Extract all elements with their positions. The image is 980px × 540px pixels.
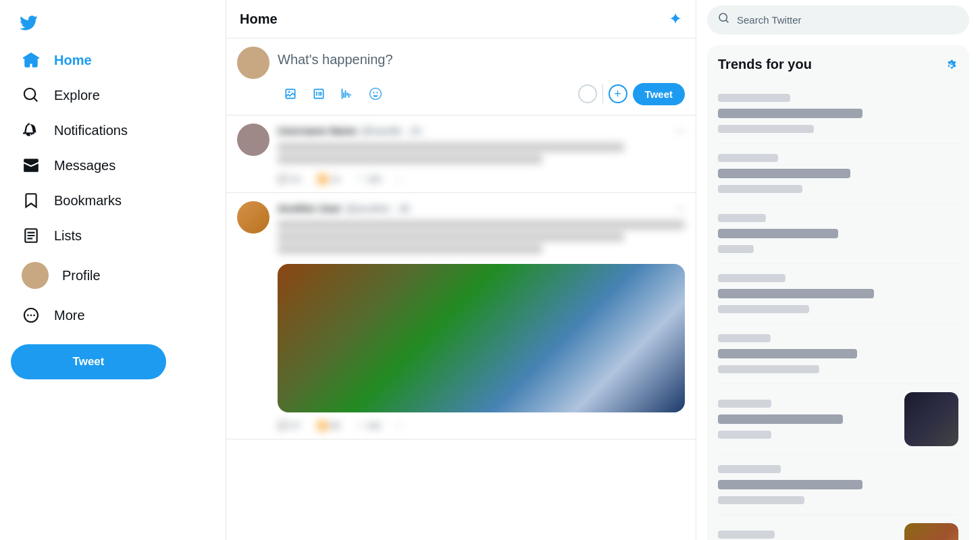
sidebar-item-messages[interactable]: Messages: [11, 148, 138, 182]
sidebar-item-explore[interactable]: Explore: [11, 78, 138, 112]
tweet-body-1: [278, 140, 685, 166]
twitter-logo[interactable]: [11, 5, 46, 40]
trend-item-5[interactable]: [718, 324, 958, 384]
sidebar-item-label-messages: Messages: [54, 158, 115, 173]
trend-item-6[interactable]: [718, 384, 958, 455]
compose-box: What's happening?: [226, 38, 696, 115]
trend-skeleton-4: [718, 272, 958, 315]
main-feed: Home ✦ What's happening?: [226, 0, 696, 540]
tweet-stats-2: 💬 47 🔁 89 ♡ 342 ↑: [278, 421, 685, 431]
tweet-content-1: Username Name @handle · 2h ··· 💬 23 🔁 14…: [278, 124, 685, 184]
compose-media-icons: [278, 81, 388, 107]
tweet-image-2: [278, 264, 685, 412]
bell-icon: [22, 122, 41, 139]
tweet-avatar-2: [237, 201, 269, 234]
trend-thumbnail-8: [904, 523, 958, 540]
trend-item-3[interactable]: [718, 204, 958, 264]
search-icon: [718, 12, 730, 28]
compose-right-actions: + Tweet: [578, 83, 685, 105]
sidebar-item-label-profile: Profile: [62, 268, 101, 284]
sidebar-item-label-explore: Explore: [54, 88, 100, 103]
home-icon: [22, 51, 41, 69]
tweet-card-2[interactable]: Another User @another · 4h ··· 💬 47 🔁 89…: [226, 193, 696, 439]
compose-image-btn[interactable]: [278, 81, 303, 107]
more-icon: [22, 306, 41, 324]
trend-item-8[interactable]: [718, 515, 958, 540]
trend-skeleton-2: [718, 152, 958, 195]
trend-skeleton-1: [718, 92, 958, 135]
compose-placeholder[interactable]: What's happening?: [278, 47, 685, 76]
compose-right: What's happening?: [278, 47, 685, 107]
tweet-stats-1: 💬 23 🔁 14 ♡ 105 ↑: [278, 174, 685, 184]
trend-thumbnail-6: [904, 392, 958, 446]
trends-title: Trends for you: [718, 57, 812, 72]
like-stat-1: ♡ 105: [356, 174, 381, 184]
tweet-avatar-1: [237, 124, 269, 156]
tweet-name-2: Another User: [278, 202, 342, 214]
tweet-handle-2: @another · 4h: [346, 202, 410, 214]
sidebar-item-lists[interactable]: Lists: [11, 219, 138, 252]
explore-icon: [22, 86, 41, 104]
trend-skeleton-5: [718, 332, 958, 375]
right-sidebar: Trends for you: [696, 0, 980, 540]
tweet-button[interactable]: Tweet: [11, 344, 166, 379]
mail-icon: [22, 157, 41, 174]
tweet-more-1[interactable]: ···: [675, 124, 685, 138]
search-input[interactable]: [737, 14, 958, 26]
trend-item-7[interactable]: [718, 455, 958, 515]
tweet-meta-1: Username Name @handle · 2h ···: [278, 124, 685, 138]
sidebar-item-home[interactable]: Home: [11, 43, 138, 77]
compose-poll-btn[interactable]: [334, 81, 360, 107]
trend-item-4[interactable]: [718, 264, 958, 324]
trend-skeleton-6: [718, 398, 896, 441]
sidebar-item-label-bookmarks: Bookmarks: [54, 193, 122, 209]
sidebar-item-notifications[interactable]: Notifications: [11, 113, 138, 147]
compose-plus-btn[interactable]: +: [609, 84, 627, 103]
sidebar-item-profile[interactable]: Profile: [11, 254, 138, 297]
compose-circle: [578, 84, 597, 103]
sidebar-item-more[interactable]: More: [11, 298, 138, 332]
lists-icon: [22, 227, 41, 244]
compose-avatar: [237, 47, 269, 79]
feed-header: Home ✦: [226, 0, 696, 38]
main-nav: Home Explore Notifications: [11, 43, 138, 333]
sidebar-item-bookmarks[interactable]: Bookmarks: [11, 184, 138, 217]
trends-card: Trends for you: [707, 45, 969, 540]
tweet-name-1: Username Name: [278, 125, 357, 136]
reply-stat-2: 💬 47: [278, 421, 301, 431]
compose-divider: [602, 84, 603, 103]
share-stat-2: ↑: [397, 421, 402, 431]
compose-emoji-btn[interactable]: [363, 81, 388, 107]
retweet-stat-1: 🔁 14: [317, 174, 340, 184]
sparkle-icon[interactable]: ✦: [669, 9, 682, 28]
share-stat-1: ↑: [397, 174, 402, 184]
sidebar-item-label-home: Home: [54, 53, 92, 68]
tweet-card-1[interactable]: Username Name @handle · 2h ··· 💬 23 🔁 14…: [226, 115, 696, 193]
trend-skeleton-8: [718, 529, 896, 540]
sidebar-item-label-lists: Lists: [54, 228, 82, 244]
tweet-more-2[interactable]: ···: [675, 201, 685, 215]
sidebar-item-label-more: More: [54, 308, 85, 323]
tweet-handle-1: @handle · 2h: [361, 125, 421, 136]
settings-icon[interactable]: [945, 56, 958, 73]
trend-skeleton-3: [718, 212, 958, 255]
sidebar-item-label-notifications: Notifications: [54, 123, 128, 138]
reply-stat-1: 💬 23: [278, 174, 301, 184]
like-stat-2: ♡ 342: [356, 421, 381, 431]
bookmark-icon: [22, 192, 41, 209]
compose-actions: + Tweet: [278, 81, 685, 107]
trend-skeleton-7: [718, 463, 958, 506]
feed-title: Home: [240, 11, 278, 27]
retweet-stat-2: 🔁 89: [317, 421, 340, 431]
tweet-body-2: [278, 218, 685, 256]
trend-item-2[interactable]: [718, 144, 958, 204]
compose-tweet-btn[interactable]: Tweet: [633, 83, 685, 105]
compose-gif-btn[interactable]: [306, 81, 332, 107]
left-sidebar: Home Explore Notifications: [0, 0, 226, 540]
tweet-content-2: Another User @another · 4h ··· 💬 47 🔁 89…: [278, 201, 685, 431]
profile-avatar: [22, 262, 49, 289]
trend-item-1[interactable]: [718, 84, 958, 144]
search-bar[interactable]: [707, 5, 969, 34]
trends-header: Trends for you: [718, 56, 958, 73]
tweet-meta-2: Another User @another · 4h ···: [278, 201, 685, 215]
